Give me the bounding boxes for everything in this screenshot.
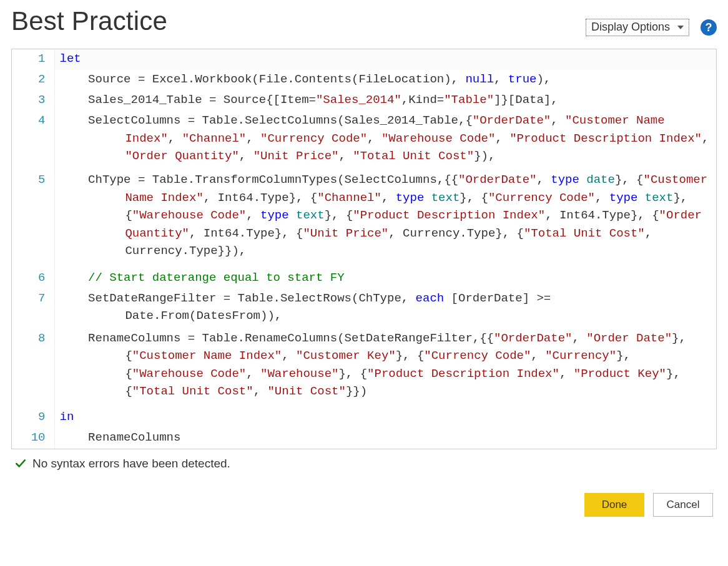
dialog-title: Best Practice: [11, 6, 167, 36]
header-controls: Display Options ?: [586, 19, 717, 36]
line-number: 9: [12, 407, 54, 428]
display-options-dropdown[interactable]: Display Options: [586, 19, 689, 36]
code-line: 6 // Start daterange equal to start FY: [12, 268, 716, 289]
code-content[interactable]: in: [54, 407, 716, 428]
code-content[interactable]: // Start daterange equal to start FY: [54, 268, 716, 289]
code-line: 2 Source = Excel.Workbook(File.Contents(…: [12, 70, 716, 90]
code-content[interactable]: SelectColumns = Table.SelectColumns(Sale…: [54, 111, 716, 170]
dialog-buttons: Done Cancel: [11, 493, 713, 517]
code-line: 9in: [12, 407, 716, 428]
line-number: 8: [12, 329, 54, 407]
line-number: 7: [12, 289, 54, 329]
dialog-header: Best Practice Display Options ?: [11, 6, 717, 36]
code-content[interactable]: let: [54, 49, 716, 70]
line-number: 10: [12, 428, 54, 449]
syntax-status: No syntax errors have been detected.: [15, 457, 717, 471]
code-line: 3 Sales_2014_Table = Source{[Item="Sales…: [12, 90, 716, 111]
line-number: 5: [12, 170, 54, 268]
code-content[interactable]: RenameColumns = Table.RenameColumns(SetD…: [54, 329, 716, 407]
code-line: 10 RenameColumns: [12, 428, 716, 449]
code-line: 5 ChType = Table.TransformColumnTypes(Se…: [12, 170, 716, 268]
chevron-down-icon: [677, 26, 684, 29]
done-button[interactable]: Done: [584, 493, 644, 517]
line-number: 6: [12, 268, 54, 289]
line-number: 2: [12, 70, 54, 90]
code-content[interactable]: Source = Excel.Workbook(File.Contents(Fi…: [54, 70, 716, 90]
cancel-button[interactable]: Cancel: [653, 493, 713, 517]
code-content[interactable]: RenameColumns: [54, 428, 716, 449]
code-content[interactable]: SetDateRangeFilter = Table.SelectRows(Ch…: [54, 289, 716, 329]
code-line: 4 SelectColumns = Table.SelectColumns(Sa…: [12, 111, 716, 170]
code-content[interactable]: ChType = Table.TransformColumnTypes(Sele…: [54, 170, 716, 268]
code-content[interactable]: Sales_2014_Table = Source{[Item="Sales_2…: [54, 90, 716, 111]
code-editor[interactable]: 1let2 Source = Excel.Workbook(File.Conte…: [11, 49, 717, 449]
syntax-status-text: No syntax errors have been detected.: [32, 457, 230, 471]
check-icon: [15, 458, 26, 469]
code-line: 8 RenameColumns = Table.RenameColumns(Se…: [12, 329, 716, 407]
code-line: 7 SetDateRangeFilter = Table.SelectRows(…: [12, 289, 716, 329]
line-number: 3: [12, 90, 54, 111]
help-icon[interactable]: ?: [701, 19, 717, 36]
line-number: 4: [12, 111, 54, 170]
display-options-label: Display Options: [591, 21, 670, 32]
line-number: 1: [12, 49, 54, 70]
advanced-editor-dialog: Best Practice Display Options ? 1let2 So…: [0, 0, 728, 529]
code-line: 1let: [12, 49, 716, 70]
